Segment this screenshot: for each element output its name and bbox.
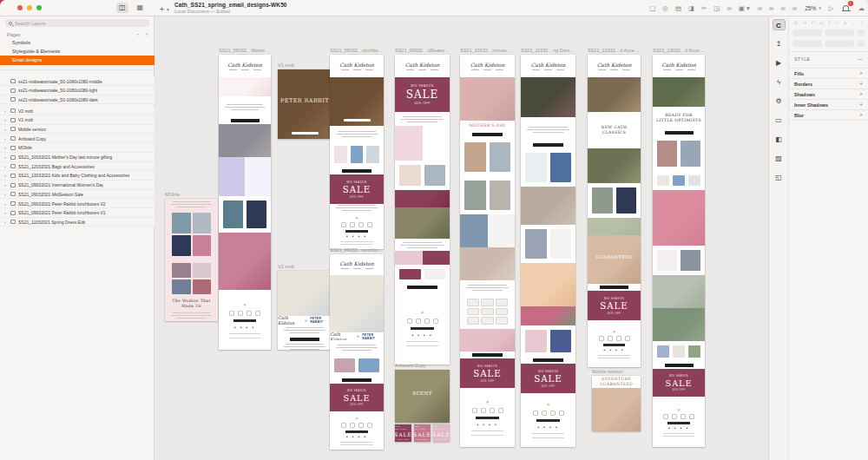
component-tool-icon[interactable]: C	[773, 19, 786, 30]
subtract-icon[interactable]: ∞	[769, 4, 773, 12]
add-icon[interactable]: +	[859, 81, 863, 87]
artboard-lunchboxes-v1[interactable]: SS21_09032…unchboxes V1Cath KidstonMID S…	[330, 55, 384, 249]
transform-icon[interactable]: ◳	[713, 4, 720, 12]
artboard-bags-accessories[interactable]: SS21_12032…d AccessoriesCath KidstonNEW …	[588, 55, 641, 367]
difference-icon[interactable]: ∞	[792, 4, 797, 12]
style-section-fills[interactable]: Fills+	[789, 69, 868, 79]
play-button[interactable]: ▷	[829, 4, 834, 12]
disclosure-chevron-icon[interactable]: ›	[4, 192, 8, 197]
footer-button[interactable]	[345, 230, 368, 233]
toggle-sidebar-icon[interactable]: ◫	[116, 3, 128, 13]
image-fill-tool-icon[interactable]: ◱	[773, 172, 786, 183]
layer-row[interactable]: ›SS21_11032021 Spring Dress Edit	[0, 218, 155, 227]
cta-button[interactable]	[290, 338, 319, 341]
sidebar-page-symbols[interactable]: Symbols	[0, 38, 155, 47]
artboard-kids-baby[interactable]: SS21_13032…d AccessoriesCath KidstonREAD…	[653, 55, 705, 447]
artboard-label[interactable]: Mobile version	[592, 369, 641, 374]
disclosure-chevron-icon[interactable]: ›	[4, 117, 8, 122]
add-icon[interactable]: +	[859, 91, 863, 97]
artboard-label[interactable]: MObile	[165, 192, 218, 197]
disclosure-chevron-icon[interactable]: ›	[4, 201, 8, 207]
sidebar-page-styleguide-elements[interactable]: Styleguide & Elements	[0, 47, 155, 56]
play-tool-icon[interactable]: ▶	[773, 57, 786, 69]
y-position-field[interactable]	[825, 30, 855, 36]
layer-row[interactable]: ss21-midseasonsale_50-1080x1080-dark	[0, 95, 155, 104]
cta-button[interactable]	[342, 378, 372, 382]
layer-row[interactable]: ›V1 mob	[0, 116, 155, 125]
x-position-field[interactable]	[792, 30, 822, 36]
artboard-label[interactable]: SS21_10032…minute gifting	[460, 48, 515, 53]
data-icon[interactable]: ▤	[675, 4, 681, 12]
emoji-icon[interactable]: ◎	[662, 4, 668, 12]
footer-button[interactable]	[411, 327, 433, 330]
disclosure-chevron-icon[interactable]: ›	[4, 210, 8, 215]
layout-tool-icon[interactable]: ◧	[773, 134, 786, 145]
layer-row[interactable]: ›SS21_10032021 Mother's Day last minute …	[0, 154, 155, 162]
cta-button[interactable]	[665, 364, 694, 367]
disclosure-chevron-icon[interactable]: ›	[4, 173, 8, 178]
layer-row[interactable]: ›V2 mob	[0, 107, 155, 115]
cta-button[interactable]	[407, 286, 437, 289]
rotation-field[interactable]	[858, 30, 865, 36]
style-section-blur[interactable]: Blur+	[789, 110, 868, 121]
artboard-v1-mob[interactable]: V1 mobPETER RABBIT	[278, 69, 332, 139]
add-icon[interactable]: +	[859, 70, 863, 76]
artboard-sale-sq-middle[interactable]: MID SEASONSALE40% OFF	[414, 424, 431, 442]
search-input[interactable]	[15, 21, 146, 26]
artboard-midseason-sale[interactable]: SS21_09032…idSeason SaleCath KidstonMID …	[395, 55, 450, 365]
style-section-shadows[interactable]: Shadows+	[789, 89, 868, 100]
align-icon-0[interactable]: ⊏	[794, 20, 799, 25]
footer-button[interactable]	[536, 419, 559, 422]
disclosure-chevron-icon[interactable]: ›	[4, 108, 8, 114]
artboard-label[interactable]: V2 mob	[278, 264, 332, 269]
footer-button[interactable]	[233, 319, 255, 322]
close-window-button[interactable]	[17, 5, 23, 10]
artboard-v2-mob[interactable]: V2 mobCath Kidston✕PETER RABBIT	[278, 271, 332, 350]
add-icon[interactable]: +	[859, 112, 863, 118]
sidebar-page-email-designs[interactable]: Email designs	[0, 56, 155, 65]
footer-button[interactable]	[345, 430, 368, 433]
cta-button[interactable]	[472, 133, 503, 136]
add-page-icon[interactable]: ＋	[144, 30, 149, 38]
artboard-sale-sq-light[interactable]: MID SEASONSALE40% OFF	[433, 424, 450, 442]
settings-tool-icon[interactable]: ⚙	[773, 95, 786, 107]
notes-icon[interactable]: ▢	[649, 4, 655, 12]
width-field[interactable]	[792, 40, 822, 47]
style-section-inner-shadows[interactable]: Inner Shadows+	[789, 100, 868, 110]
cta-button[interactable]	[292, 132, 319, 135]
recent-pages-icon[interactable]: ◔	[135, 32, 139, 37]
layer-row[interactable]: ›SS21_09032021 International Women's Day	[0, 181, 155, 190]
footer-button[interactable]	[476, 417, 498, 419]
ruler-tool-icon[interactable]: ▭	[773, 115, 786, 126]
artboard-intl-womens-day[interactable]: SS21_09032…Women's DayCath Kidston✳• • •…	[219, 55, 271, 350]
layer-row[interactable]: ›SS21_13032021 Kids and Baby Clothing an…	[0, 172, 155, 181]
zoom-control[interactable]: 25%▾	[805, 5, 821, 11]
style-section-borders[interactable]: Borders+	[789, 79, 868, 89]
layer-row[interactable]: ›Artboard Copy	[0, 135, 155, 143]
align-icon-1[interactable]: ⊐	[803, 20, 807, 25]
notifications-button[interactable]: 1	[842, 3, 851, 12]
artboard-mobile-version[interactable]: Mobile versionADVENTURE GUARANTEED	[592, 376, 641, 431]
artboard-label[interactable]: SS21_11032…ng Dress Edit	[521, 48, 575, 53]
scissors-icon[interactable]: ✂	[701, 4, 707, 12]
artboard-lunchboxes-v2[interactable]: SS21_09032…unchboxes V2Cath KidstonCath …	[330, 254, 384, 450]
prototype-tool-icon[interactable]: ϟ	[773, 76, 786, 88]
footer-button[interactable]	[667, 422, 689, 424]
align-icon-7[interactable]: ↔	[851, 20, 856, 25]
disclosure-chevron-icon[interactable]: ›	[4, 127, 8, 132]
cta-button[interactable]	[533, 143, 563, 147]
align-icon-5[interactable]: ─	[836, 20, 839, 25]
layer-row[interactable]: ss21-midseasonsale_50-1080x1080-middle	[0, 77, 155, 86]
artboard-icon[interactable]: ▣ ▾	[739, 4, 750, 12]
artboard-mobile-pink[interactable]: MObileThe Women That Made Us	[165, 199, 218, 321]
artboard-artboard-copy[interactable]: Artboard CopySCENT	[395, 370, 450, 423]
disclosure-chevron-icon[interactable]: ›	[4, 220, 8, 225]
constrain-icon[interactable]	[858, 40, 865, 47]
fill-icon[interactable]: ◨	[688, 4, 694, 12]
align-icon-4[interactable]: │	[828, 20, 831, 25]
cta-button[interactable]	[472, 353, 503, 357]
align-icon-8[interactable]: ↕	[860, 20, 863, 25]
style-header[interactable]: STYLE —	[789, 52, 868, 64]
layer-row[interactable]: ›MObile	[0, 144, 155, 153]
artboard-spring-dress-edit[interactable]: SS21_11032…ng Dress EditCath KidstonMID …	[521, 55, 575, 447]
